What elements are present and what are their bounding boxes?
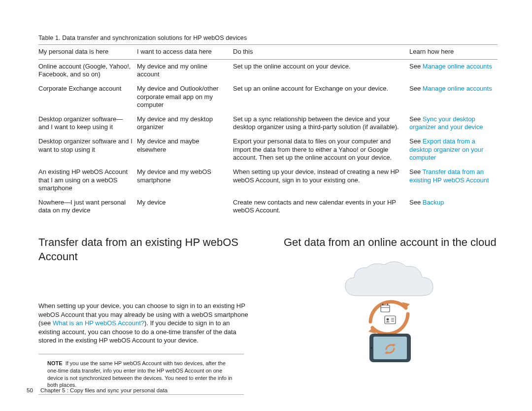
table-header-row: My personal data is here I want to acces…	[38, 45, 498, 60]
table-row: Corporate Exchange accountMy device and …	[38, 82, 498, 112]
page-number: 50	[27, 387, 33, 393]
table-cell: My device and my desktop organizer	[137, 112, 233, 135]
text: See	[409, 199, 423, 206]
table-cell: Set up an online account for Exchange on…	[233, 82, 409, 112]
tablet-icon	[369, 334, 411, 362]
table-cell: See Sync your desktop organizer and your…	[409, 112, 498, 135]
table-cell: Desktop organizer software and I want to…	[38, 135, 137, 165]
link-what-is-account[interactable]: What is an HP webOS Account?	[53, 319, 144, 327]
table-cell: Set up a sync relationship between the d…	[233, 112, 409, 135]
table-cell: Desktop organizer software—and I want to…	[38, 112, 137, 135]
data-transfer-table: My personal data is here I want to acces…	[38, 44, 498, 218]
contact-card-icon	[385, 316, 396, 324]
text: See	[409, 115, 423, 123]
table-cell: See Backup	[409, 196, 498, 218]
chapter-label: Chapter 5 : Copy files and sync your per…	[40, 387, 167, 393]
text: See	[409, 85, 423, 92]
table-cell: See Transfer data from an existing HP we…	[409, 165, 498, 196]
table-cell: An existing HP webOS Account that I am u…	[38, 165, 137, 196]
table-cell: See Manage online accounts	[409, 59, 498, 82]
table-row: Nowhere—I just want personal data on my …	[38, 196, 498, 218]
section-heading-transfer: Transfer data from an existing HP webOS …	[38, 236, 252, 264]
table-cell: My device and my webOS smartphone	[137, 165, 233, 196]
calendar-icon	[381, 304, 390, 312]
section-heading-cloud: Get data from an online account in the c…	[284, 236, 498, 250]
cloud-sync-illustration	[322, 259, 460, 365]
table-cell: Online account (Google, Yahoo!, Facebook…	[38, 59, 137, 82]
svg-point-7	[387, 318, 389, 320]
text: See	[409, 168, 423, 175]
cross-ref-link[interactable]: Manage online accounts	[423, 63, 492, 70]
note-block: NOTE If you use the same HP webOS Accoun…	[38, 360, 252, 389]
text: See	[409, 63, 423, 70]
svg-rect-12	[373, 337, 407, 359]
table-cell: Export your personal data to files on yo…	[233, 135, 409, 165]
table-row: Desktop organizer software—and I want to…	[38, 112, 498, 135]
table-row: An existing HP webOS Account that I am u…	[38, 165, 498, 196]
svg-rect-2	[381, 305, 390, 312]
table-caption: Table 1. Data transfer and synchronizati…	[38, 34, 498, 41]
table-cell: See Export data from a desktop organizer…	[409, 135, 498, 165]
table-cell: Corporate Exchange account	[38, 82, 137, 112]
table-cell: See Manage online accounts	[409, 82, 498, 112]
table-cell: My device and maybe elsewhere	[137, 135, 233, 165]
col-header: I want to access data here	[137, 45, 233, 60]
svg-rect-5	[387, 304, 388, 306]
table-cell: My device	[137, 196, 233, 218]
cross-ref-link[interactable]: Manage online accounts	[423, 85, 492, 92]
table-cell: My device and Outlook/other corporate em…	[137, 82, 233, 112]
note-label: NOTE	[47, 360, 63, 366]
table-row: Desktop organizer software and I want to…	[38, 135, 498, 165]
page-footer: 50 Chapter 5 : Copy files and sync your …	[27, 387, 167, 393]
note-body: If you use the same HP webOS Account wit…	[47, 360, 232, 388]
cross-ref-link[interactable]: Backup	[423, 199, 444, 206]
svg-rect-4	[382, 304, 383, 306]
table-cell: Create new contacts and new calendar eve…	[233, 196, 409, 218]
cloud-icon	[345, 261, 433, 295]
col-header: Learn how here	[409, 45, 498, 60]
col-header: Do this	[233, 45, 409, 60]
divider	[38, 354, 244, 354]
table-row: Online account (Google, Yahoo!, Facebook…	[38, 59, 498, 82]
table-cell: My device and my online account	[137, 59, 233, 82]
paragraph: When setting up your device, you can cho…	[38, 302, 252, 345]
table-cell: When setting up your device, instead of …	[233, 165, 409, 196]
svg-point-13	[371, 347, 372, 348]
table-cell: Nowhere—I just want personal data on my …	[38, 196, 137, 218]
divider	[38, 394, 244, 395]
col-header: My personal data is here	[38, 45, 137, 60]
text: See	[409, 137, 423, 145]
table-cell: Set up the online account on your device…	[233, 59, 409, 82]
